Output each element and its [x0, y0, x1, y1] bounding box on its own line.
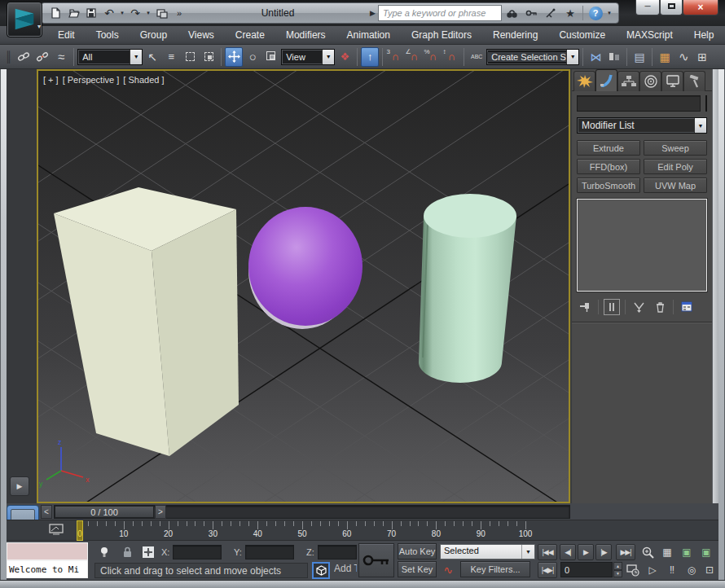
- zoom-all-button[interactable]: ▦: [658, 544, 676, 560]
- help-button[interactable]: ?: [586, 4, 605, 22]
- zoom-extents-all-button[interactable]: ▣: [697, 544, 715, 560]
- zoom-extents-button[interactable]: ▣: [678, 544, 696, 560]
- object-name-input[interactable]: [577, 95, 701, 112]
- menu-help[interactable]: Help: [683, 27, 725, 43]
- viewport-shading-menu[interactable]: [ Shaded ]: [123, 75, 164, 85]
- align-button[interactable]: [605, 47, 623, 67]
- go-to-start-button[interactable]: |◀◀: [538, 544, 557, 560]
- play-button[interactable]: ▶: [578, 544, 594, 560]
- menu-tools[interactable]: Tools: [86, 27, 130, 43]
- object-color-swatch[interactable]: [705, 95, 707, 112]
- modifier-button-sweep[interactable]: Sweep: [644, 140, 707, 156]
- license-button[interactable]: [521, 4, 541, 22]
- save-file-button[interactable]: [82, 4, 100, 22]
- bind-to-spacewarp-button[interactable]: ≈: [52, 47, 70, 67]
- viewport-pov-menu[interactable]: [ Perspective ]: [63, 75, 120, 85]
- tab-motion[interactable]: [639, 71, 661, 91]
- menu-rendering[interactable]: Rendering: [482, 27, 548, 43]
- modifier-button-ffd-box-[interactable]: FFD(box): [577, 159, 640, 174]
- search-button[interactable]: [502, 4, 521, 22]
- spinner-snap-toggle[interactable]: ↕∩: [442, 47, 460, 67]
- menu-animation[interactable]: Animation: [336, 27, 401, 43]
- menu-edit[interactable]: Edit: [47, 27, 86, 43]
- percent-snap-toggle[interactable]: %∩: [424, 47, 442, 67]
- qat-overflow-button[interactable]: »: [170, 4, 188, 22]
- angle-snap-toggle[interactable]: ∠∩: [405, 47, 423, 67]
- menu-graph-editors[interactable]: Graph Editors: [401, 27, 482, 43]
- menu-create[interactable]: Create: [225, 27, 275, 43]
- zoom-button[interactable]: [639, 544, 657, 560]
- set-key-button[interactable]: Set Key: [398, 561, 437, 577]
- x-coordinate-input[interactable]: [173, 545, 222, 559]
- current-frame-input[interactable]: [560, 562, 613, 577]
- selection-filter-dropdown[interactable]: All ▼: [77, 49, 143, 65]
- key-filters-button[interactable]: Key Filters...: [460, 561, 530, 577]
- maximize-button[interactable]: [660, 0, 683, 15]
- previous-frame-button[interactable]: ◀|: [560, 544, 576, 560]
- modifier-button-extrude[interactable]: Extrude: [577, 140, 640, 156]
- rectangular-selection-region-button[interactable]: [181, 47, 199, 67]
- remove-modifier-button[interactable]: [652, 299, 668, 315]
- named-selection-set-dropdown[interactable]: Create Selection Se ▼: [486, 49, 579, 65]
- selection-set-combo[interactable]: Selected ▼: [440, 544, 535, 559]
- absolute-mode-toggle[interactable]: [140, 544, 156, 560]
- previous-frame-slider-button[interactable]: <: [41, 505, 52, 519]
- make-unique-button[interactable]: [631, 299, 647, 315]
- toolbar-grip[interactable]: ║: [5, 50, 12, 63]
- edit-named-selection-sets-button[interactable]: ABC: [468, 47, 486, 67]
- default-in-out-tangents-button[interactable]: ∿: [440, 562, 456, 578]
- viewport-general-menu[interactable]: [ + ]: [43, 75, 59, 85]
- snap-toggle-3d-button[interactable]: 3∩: [386, 47, 404, 67]
- spinner-down-icon[interactable]: ▼: [613, 570, 622, 578]
- modifier-list-dropdown[interactable]: Modifier List ▼: [577, 117, 707, 134]
- menu-views[interactable]: Views: [178, 27, 225, 43]
- key-mode-toggle[interactable]: |◀▶|: [538, 562, 557, 578]
- manage-layers-button[interactable]: ▤: [631, 47, 648, 67]
- go-to-end-button[interactable]: ▶▶|: [616, 544, 635, 560]
- select-and-scale-button[interactable]: [262, 47, 280, 67]
- undo-flyout[interactable]: ▾: [118, 4, 126, 22]
- use-pivot-point-center-button[interactable]: ❖: [336, 47, 354, 67]
- set-keys-button[interactable]: [358, 543, 394, 577]
- perspective-viewport[interactable]: [ + ] [ Perspective ] [ Shaded ]: [37, 69, 570, 503]
- undo-button[interactable]: ↶: [100, 4, 118, 22]
- schematic-view-button[interactable]: ⊞: [693, 47, 711, 67]
- curve-editor-button[interactable]: ∿: [674, 47, 692, 67]
- tab-display[interactable]: [661, 71, 683, 91]
- open-mini-curve-editor-button[interactable]: [49, 524, 65, 537]
- material-editor-button[interactable]: ▦: [656, 47, 674, 67]
- isolate-selection-toggle[interactable]: [312, 562, 330, 579]
- new-file-button[interactable]: [46, 4, 64, 22]
- add-time-tag[interactable]: Add Ti: [334, 563, 357, 574]
- application-menu-button[interactable]: ▾: [7, 2, 42, 37]
- maxscript-listener-pink[interactable]: [7, 542, 88, 560]
- z-coordinate-input[interactable]: [318, 545, 357, 559]
- time-slider-track[interactable]: 0 / 100: [54, 505, 570, 519]
- next-frame-slider-button[interactable]: >: [155, 505, 166, 519]
- communication-button[interactable]: [541, 4, 560, 22]
- tab-create[interactable]: [573, 71, 595, 91]
- time-slider-handle[interactable]: 0 / 100: [55, 506, 154, 518]
- window-crossing-toggle[interactable]: [200, 47, 218, 67]
- menu-modifiers[interactable]: Modifiers: [275, 27, 336, 43]
- modifier-button-edit-poly[interactable]: Edit Poly: [644, 159, 707, 174]
- help-flyout[interactable]: ▾: [605, 4, 613, 22]
- modifier-button-uvw-map[interactable]: UVW Map: [644, 178, 707, 193]
- menu-maxscript[interactable]: MAXScript: [616, 27, 683, 43]
- field-of-view-button[interactable]: ▷: [644, 562, 661, 578]
- auto-key-button[interactable]: Auto Key: [398, 543, 437, 559]
- walk-through-button[interactable]: ‼: [663, 562, 681, 578]
- pin-stack-button[interactable]: [577, 299, 593, 315]
- favorites-button[interactable]: ★: [560, 4, 580, 22]
- unlink-selection-button[interactable]: [33, 47, 51, 67]
- configure-modifier-sets-button[interactable]: [679, 299, 695, 315]
- next-frame-button[interactable]: |▶: [595, 544, 612, 560]
- maximize-viewport-toggle[interactable]: ⊡: [701, 562, 718, 578]
- track-bar[interactable]: 0 102030405060708090100: [0, 520, 718, 541]
- command-panel-scrollbar[interactable]: [712, 69, 718, 503]
- project-folder-button[interactable]: [152, 4, 170, 22]
- spinner-up-icon[interactable]: ▲: [613, 562, 622, 570]
- frame-spinner[interactable]: ▲▼: [613, 562, 622, 577]
- maxscript-listener-line[interactable]: Welcome to Mi: [7, 560, 88, 578]
- tab-hierarchy[interactable]: [617, 71, 639, 91]
